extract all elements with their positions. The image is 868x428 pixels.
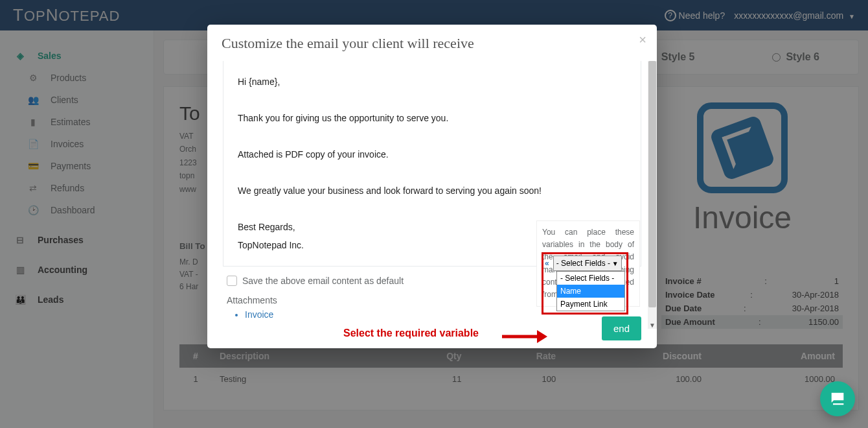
checkbox-icon[interactable] bbox=[227, 276, 237, 286]
annotation-arrow-icon bbox=[502, 327, 547, 348]
save-default-label: Save the above email content as default bbox=[242, 276, 404, 286]
dropdown-option-payment-link[interactable]: Payment Link bbox=[557, 298, 624, 311]
modal-body: Hi {name}, Thank you for giving us the o… bbox=[207, 61, 657, 329]
modal-header: Customize the email your client will rec… bbox=[207, 25, 657, 61]
annotation-highlight: « - Select Fields - ▼ - Select Fields - … bbox=[542, 252, 628, 315]
annotation-text: Select the required variable bbox=[343, 327, 479, 339]
select-placeholder: - Select Fields - bbox=[556, 259, 610, 268]
email-line: Hi {name}, bbox=[238, 73, 626, 91]
chat-icon bbox=[828, 390, 847, 408]
select-fields-options: - Select Fields - Name Payment Link bbox=[556, 271, 625, 311]
modal-title: Customize the email your client will rec… bbox=[222, 35, 643, 52]
email-line: We greatly value your business and look … bbox=[238, 182, 626, 200]
dropdown-caret-icon: ▼ bbox=[612, 260, 619, 267]
email-line: Thank you for giving us the opportunity … bbox=[238, 109, 626, 127]
close-icon[interactable]: × bbox=[639, 32, 646, 47]
chat-fab[interactable] bbox=[820, 381, 855, 416]
send-button[interactable]: end bbox=[602, 316, 641, 340]
scroll-thumb[interactable] bbox=[648, 61, 656, 307]
svg-marker-1 bbox=[537, 330, 547, 343]
scrollbar[interactable]: ▲ ▼ bbox=[648, 61, 657, 329]
collapse-chevron-icon[interactable]: « bbox=[545, 259, 549, 268]
dropdown-option-name[interactable]: Name bbox=[557, 285, 624, 298]
scroll-down-icon[interactable]: ▼ bbox=[648, 321, 656, 329]
email-line: Attached is PDF copy of your invoice. bbox=[238, 145, 626, 163]
select-fields-dropdown[interactable]: - Select Fields - ▼ bbox=[553, 256, 622, 271]
dropdown-option-placeholder[interactable]: - Select Fields - bbox=[557, 272, 624, 285]
email-customize-modal: Customize the email your client will rec… bbox=[207, 25, 657, 348]
